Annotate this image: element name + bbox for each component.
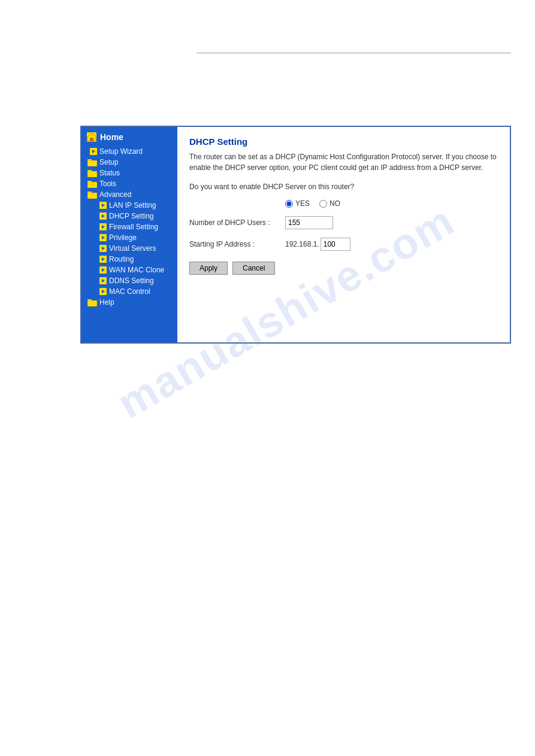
svg-rect-2 [90, 138, 93, 141]
sidebar-item-dhcp-setting[interactable]: DHCP Setting [81, 211, 177, 221]
starting-ip-label: Starting IP Address : [189, 240, 285, 248]
sidebar: Home Setup Wizard Setup [81, 127, 177, 342]
arrow-icon-lan [99, 202, 107, 209]
folder-icon-status [87, 169, 97, 177]
sidebar-item-label-privilege: Privilege [109, 233, 137, 242]
arrow-icon-mac [99, 288, 107, 295]
dhcp-enable-row: Do you want to enable DHCP Server on thi… [189, 183, 498, 191]
arrow-icon-virtual [99, 245, 107, 252]
content-area: DHCP Setting The router can be set as a … [177, 127, 510, 342]
content-description: The router can be set as a DHCP (Dynamic… [189, 151, 498, 173]
starting-ip-row: Starting IP Address : 192.168.1. [189, 238, 498, 251]
dhcp-question-label: Do you want to enable DHCP Server on thi… [189, 183, 354, 191]
ip-prefix-text: 192.168.1. [285, 240, 319, 248]
radio-yes-option[interactable]: YES [285, 199, 310, 208]
sidebar-item-lan-ip-setting[interactable]: LAN IP Setting [81, 200, 177, 211]
sidebar-item-label-firewall: Firewall Setting [109, 223, 158, 231]
sidebar-item-setup-wizard[interactable]: Setup Wizard [81, 146, 177, 157]
radio-no-input[interactable] [319, 200, 327, 208]
ip-suffix-input[interactable] [321, 238, 350, 251]
radio-yes-input[interactable] [285, 200, 293, 208]
arrow-icon-setup-wizard [90, 148, 97, 155]
arrow-icon-wan [99, 266, 107, 274]
sidebar-home-label: Home [100, 132, 123, 142]
page-title: DHCP Setting [189, 136, 498, 147]
arrow-icon-privilege [99, 234, 107, 241]
sidebar-item-help[interactable]: Help [81, 297, 177, 308]
radio-yes-label: YES [295, 199, 310, 208]
radio-no-label: NO [330, 199, 340, 208]
num-users-row: Number of DHCP Users : [189, 216, 498, 229]
sidebar-item-status[interactable]: Status [81, 168, 177, 178]
router-ui: Home Setup Wizard Setup [80, 126, 511, 344]
sidebar-item-label-ddns: DDNS Setting [109, 277, 154, 285]
sidebar-item-tools[interactable]: Tools [81, 178, 177, 189]
sidebar-item-label-help: Help [99, 298, 114, 306]
folder-icon-advanced [87, 191, 97, 199]
sidebar-item-label-setup-wizard: Setup Wizard [99, 147, 143, 156]
sidebar-home[interactable]: Home [81, 127, 177, 146]
sidebar-item-privilege[interactable]: Privilege [81, 232, 177, 243]
folder-icon-help [87, 299, 97, 306]
home-icon [86, 132, 97, 142]
num-users-input[interactable] [285, 216, 333, 229]
sidebar-item-label-mac: MAC Control [109, 287, 150, 296]
radio-row: YES NO [189, 199, 498, 208]
sidebar-item-label-setup: Setup [99, 158, 118, 166]
sidebar-item-label-status: Status [99, 169, 120, 177]
sidebar-item-ddns[interactable]: DDNS Setting [81, 275, 177, 286]
sidebar-item-mac-control[interactable]: MAC Control [81, 286, 177, 297]
sidebar-item-firewall[interactable]: Firewall Setting [81, 221, 177, 232]
sidebar-item-wan-mac[interactable]: WAN MAC Clone [81, 265, 177, 275]
arrow-icon-routing [99, 256, 107, 263]
sidebar-item-virtual-servers[interactable]: Virtual Servers [81, 243, 177, 254]
sidebar-item-label-lan: LAN IP Setting [109, 201, 156, 210]
dhcp-radio-group: YES NO [285, 199, 340, 208]
top-divider [197, 53, 511, 53]
arrow-icon-dhcp [99, 212, 107, 220]
sidebar-item-label-virtual: Virtual Servers [109, 244, 156, 253]
sidebar-item-routing[interactable]: Routing [81, 254, 177, 265]
sidebar-item-label-wan: WAN MAC Clone [109, 266, 164, 274]
sidebar-item-advanced[interactable]: Advanced [81, 189, 177, 200]
arrow-icon-ddns [99, 277, 107, 284]
sidebar-item-label-routing: Routing [109, 255, 134, 263]
num-users-label: Number of DHCP Users : [189, 218, 285, 227]
arrow-icon-firewall [99, 223, 107, 230]
button-row: Apply Cancel [189, 262, 498, 275]
folder-icon-tools [87, 180, 97, 188]
sidebar-item-label-tools: Tools [99, 180, 116, 188]
radio-no-option[interactable]: NO [319, 199, 340, 208]
sidebar-item-label-dhcp: DHCP Setting [109, 212, 153, 220]
folder-icon-setup [87, 159, 97, 166]
sidebar-item-setup[interactable]: Setup [81, 157, 177, 168]
apply-button[interactable]: Apply [189, 262, 228, 275]
cancel-button[interactable]: Cancel [232, 262, 275, 275]
sidebar-item-label-advanced: Advanced [99, 190, 131, 199]
